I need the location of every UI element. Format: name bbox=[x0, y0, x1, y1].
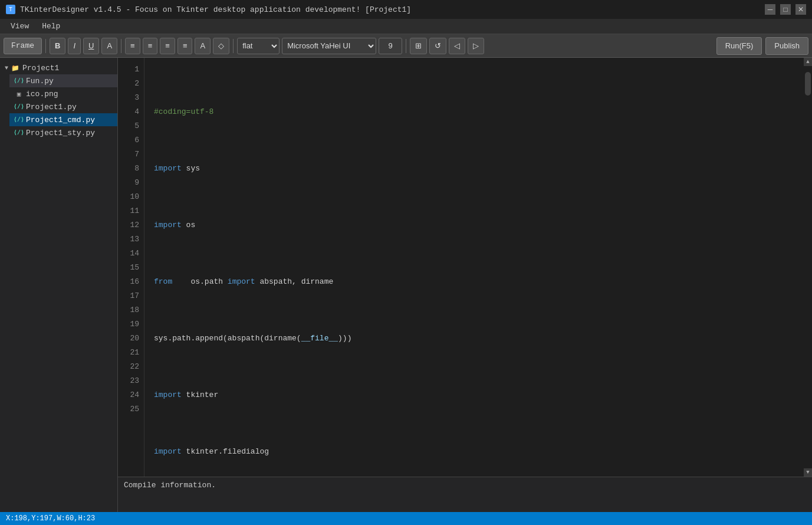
sep1 bbox=[45, 39, 46, 53]
align-right-button[interactable]: ≡ bbox=[160, 38, 175, 54]
title-bar-left: T TKinterDesigner v1.4.5 - Focus on Tkin… bbox=[6, 5, 411, 14]
title-bar: T TKinterDesigner v1.4.5 - Focus on Tkin… bbox=[0, 0, 812, 19]
editor-area: 12345 678910 1112131415 1617181920 21222… bbox=[118, 58, 812, 512]
sidebar-item-project1-py[interactable]: ⟨/⟩ Project1.py bbox=[9, 100, 117, 113]
editor-vertical-scrollbar[interactable]: ▲ ▼ bbox=[804, 58, 812, 477]
sidebar-item-project1sty-label: Project1_sty.py bbox=[26, 129, 95, 137]
underline-button[interactable]: U bbox=[83, 38, 99, 54]
compile-bar: Compile information. bbox=[118, 477, 812, 512]
scroll-down-arrow[interactable]: ▼ bbox=[804, 468, 812, 477]
toolbar: Frame B I U A ≡ ≡ ≡ ≡ A ◇ flat raised su… bbox=[0, 34, 812, 58]
menu-bar: View Help bbox=[0, 19, 812, 34]
py-icon-project1cmd: ⟨/⟩ bbox=[14, 115, 24, 124]
code-line-4: from os.path import abspath, dirname bbox=[154, 275, 804, 289]
main-area: ▼ 📁 Project1 ⟨/⟩ Fun.py ▣ ico.png ⟨/⟩ Pr… bbox=[0, 58, 812, 512]
code-content[interactable]: #coding=utf-8 import sys import os from … bbox=[144, 58, 804, 477]
sidebar-item-fun-py[interactable]: ⟨/⟩ Fun.py bbox=[9, 74, 117, 87]
app-icon: T bbox=[6, 5, 15, 14]
py-icon-fun: ⟨/⟩ bbox=[14, 76, 24, 86]
chevron-down-icon: ▼ bbox=[5, 65, 8, 71]
sidebar-item-project1-sty[interactable]: ⟨/⟩ Project1_sty.py bbox=[9, 126, 117, 139]
minimize-button[interactable]: ─ bbox=[765, 4, 775, 15]
refresh-button[interactable]: ↺ bbox=[429, 38, 446, 54]
sidebar-item-project1-label: Project1.py bbox=[26, 103, 77, 111]
redo-button[interactable]: ▷ bbox=[468, 38, 484, 54]
font-family-select[interactable]: Microsoft YaHei UI Arial Courier New bbox=[282, 38, 376, 54]
file-icon-ico: ▣ bbox=[14, 89, 24, 99]
sidebar-item-fun-py-label: Fun.py bbox=[26, 77, 54, 86]
sidebar-item-project1-cmd[interactable]: ⟨/⟩ Project1_cmd.py bbox=[9, 113, 117, 126]
app-title: TKinterDesigner v1.4.5 - Focus on Tkinte… bbox=[20, 5, 411, 14]
scroll-thumb[interactable] bbox=[805, 72, 811, 96]
code-editor: 12345 678910 1112131415 1617181920 21222… bbox=[118, 58, 812, 477]
sidebar-item-ico-png[interactable]: ▣ ico.png bbox=[9, 87, 117, 100]
menu-help[interactable]: Help bbox=[36, 21, 66, 32]
run-button[interactable]: Run(F5) bbox=[716, 37, 762, 55]
title-bar-controls: ─ □ ✕ bbox=[765, 4, 806, 15]
code-line-5: sys.path.append(abspath(dirname(__file__… bbox=[154, 332, 804, 346]
scroll-track[interactable] bbox=[804, 66, 812, 468]
italic-button[interactable]: I bbox=[68, 38, 81, 54]
tree-children: ⟨/⟩ Fun.py ▣ ico.png ⟨/⟩ Project1.py ⟨/⟩… bbox=[9, 74, 117, 139]
code-line-6: import tkinter bbox=[154, 388, 804, 402]
py-icon-project1: ⟨/⟩ bbox=[14, 102, 24, 111]
shape-button[interactable]: ◇ bbox=[213, 38, 229, 54]
menu-view[interactable]: View bbox=[5, 21, 35, 32]
align-left-button[interactable]: ≡ bbox=[125, 38, 140, 54]
sidebar-item-ico-label: ico.png bbox=[26, 90, 58, 99]
undo-button[interactable]: ◁ bbox=[449, 38, 465, 54]
status-coords: X:198,Y:197,W:60,H:23 bbox=[6, 514, 95, 523]
code-line-3: import os bbox=[154, 218, 804, 232]
frame-tab[interactable]: Frame bbox=[4, 38, 42, 54]
folder-icon: 📁 bbox=[11, 63, 20, 73]
maximize-button[interactable]: □ bbox=[780, 4, 791, 15]
scroll-up-arrow[interactable]: ▲ bbox=[804, 58, 812, 66]
font-a-button[interactable]: A bbox=[101, 38, 117, 54]
py-icon-project1sty: ⟨/⟩ bbox=[14, 128, 24, 137]
close-button[interactable]: ✕ bbox=[795, 4, 806, 15]
project-tree: ▼ 📁 Project1 ⟨/⟩ Fun.py ▣ ico.png ⟨/⟩ Pr… bbox=[0, 58, 117, 143]
project-root-label: Project1 bbox=[22, 64, 59, 73]
sidebar-item-project1cmd-label: Project1_cmd.py bbox=[26, 116, 95, 124]
style-select[interactable]: flat raised sunken groove ridge bbox=[237, 38, 280, 54]
publish-button[interactable]: Publish bbox=[765, 37, 808, 55]
font-style-button[interactable]: A bbox=[195, 38, 211, 54]
align-center-button[interactable]: ≡ bbox=[143, 38, 158, 54]
sep3 bbox=[233, 39, 234, 53]
sidebar: ▼ 📁 Project1 ⟨/⟩ Fun.py ▣ ico.png ⟨/⟩ Pr… bbox=[0, 58, 118, 512]
compile-info-label: Compile information. bbox=[124, 481, 216, 490]
code-line-2: import sys bbox=[154, 162, 804, 176]
sep2 bbox=[121, 39, 121, 53]
line-numbers: 12345 678910 1112131415 1617181920 21222… bbox=[118, 58, 144, 477]
font-size-input[interactable] bbox=[379, 38, 402, 54]
project-root[interactable]: ▼ 📁 Project1 bbox=[0, 61, 117, 74]
status-bar: X:198,Y:197,W:60,H:23 bbox=[0, 512, 812, 525]
code-line-7: import tkinter.filedialog bbox=[154, 445, 804, 459]
sep4 bbox=[406, 39, 406, 53]
grid-button[interactable]: ⊞ bbox=[410, 38, 427, 54]
code-line-1: #coding=utf-8 bbox=[154, 105, 804, 119]
align-justify-button[interactable]: ≡ bbox=[177, 38, 193, 54]
bold-button[interactable]: B bbox=[50, 38, 65, 54]
